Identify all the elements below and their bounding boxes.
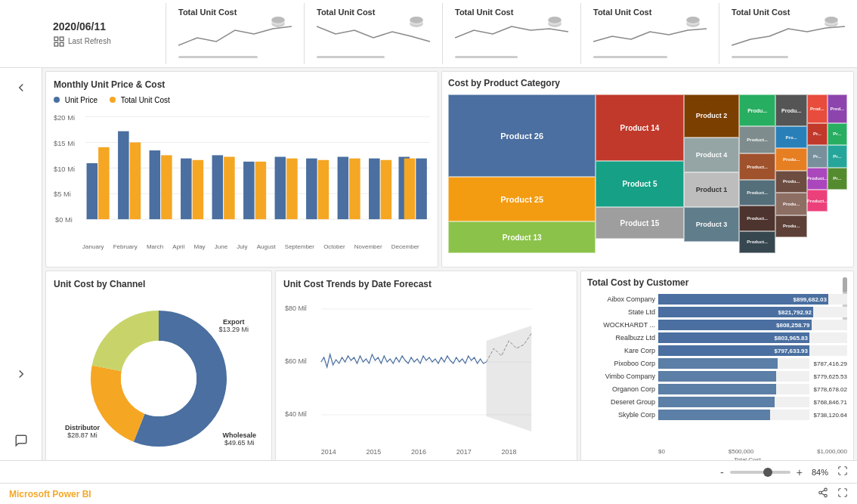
- svg-point-9: [410, 17, 423, 23]
- svg-rect-35: [275, 157, 286, 220]
- customer-title: Total Cost by Customer: [587, 277, 847, 288]
- treemap-cell-product5[interactable]: Product 5: [596, 161, 683, 207]
- share-icon[interactable]: [818, 487, 828, 500]
- legend-total-unit-cost: Total Unit Cost: [110, 96, 170, 104]
- customer-panel[interactable]: Total Cost by Customer Aibox Company $89…: [580, 271, 854, 460]
- table-row: WOCKHARDT ... $808,258.79: [587, 320, 847, 330]
- svg-text:2014: 2014: [321, 448, 336, 456]
- svg-rect-48: [318, 160, 329, 219]
- treemap-cell-product15[interactable]: Product 15: [596, 207, 683, 239]
- treemap-cell-product-sm5[interactable]: Product...: [739, 206, 775, 231]
- treemap-cell-prod1[interactable]: Prod...: [807, 94, 827, 123]
- treemap-cell-product13[interactable]: Product 13: [448, 221, 596, 253]
- svg-text:$80 Mil: $80 Mil: [285, 305, 307, 312]
- svg-point-18: [825, 17, 838, 23]
- kpi-card-3[interactable]: Total Unit Cost: [443, 3, 581, 64]
- svg-rect-42: [130, 142, 141, 219]
- treemap-cell-pr2[interactable]: Pr...: [828, 123, 847, 145]
- treemap-cell-pr4[interactable]: Pr...: [828, 145, 847, 167]
- treemap-cell-product14[interactable]: Product 14: [596, 94, 683, 161]
- fit-screen-button[interactable]: [837, 465, 848, 478]
- table-row: Deseret Group $768,846.71: [587, 397, 847, 407]
- coin-icon-3: [544, 11, 565, 34]
- treemap-cell-produ1[interactable]: Produ...: [739, 94, 775, 126]
- svg-rect-36: [306, 159, 317, 219]
- svg-text:$5 Mi: $5 Mi: [54, 190, 71, 198]
- trend-title: Unit Cost Trends by Date Forecast: [283, 279, 569, 289]
- treemap-cell-produ3[interactable]: Produ...: [775, 148, 807, 170]
- treemap-cell-produ5[interactable]: Produ...: [775, 193, 807, 215]
- treemap-cell-pr3[interactable]: Pr...: [807, 145, 827, 167]
- footer: Microsoft Power BI: [0, 483, 857, 504]
- zoom-percent: 84%: [812, 468, 828, 477]
- dashboard: Monthly Unit Price & Cost Unit Price Tot…: [42, 68, 857, 460]
- svg-rect-38: [369, 159, 380, 219]
- treemap-cell-prod2[interactable]: Prod...: [828, 94, 847, 123]
- zoom-controls: - + 84%: [717, 465, 848, 478]
- zoom-out-button[interactable]: -: [717, 466, 727, 478]
- date-value: 2020/06/11: [53, 20, 158, 32]
- main-content: Monthly Unit Price & Cost Unit Price Tot…: [0, 68, 857, 460]
- treemap-cell-product25[interactable]: Product 25: [448, 177, 596, 221]
- zoom-in-button[interactable]: +: [794, 466, 806, 478]
- treemap-cell-product2[interactable]: Product 2: [684, 94, 740, 138]
- svg-text:$15 Mi: $15 Mi: [54, 139, 75, 147]
- treemap-cell-product-sm4[interactable]: Product...: [807, 168, 827, 190]
- chat-button[interactable]: [8, 427, 35, 454]
- monthly-chart-title: Monthly Unit Price & Cost: [54, 79, 430, 90]
- treemap-cell-pro1[interactable]: Pro...: [775, 126, 807, 148]
- svg-rect-41: [98, 147, 110, 219]
- table-row: Pixoboo Corp $787,416.29: [587, 358, 847, 369]
- treemap-cell-product-sm6[interactable]: Product...: [807, 190, 827, 212]
- monthly-chart-panel[interactable]: Monthly Unit Price & Cost Unit Price Tot…: [45, 71, 438, 267]
- table-row: Vimbo Company $779,625.53: [587, 371, 847, 382]
- kpi-bar: 2020/06/11 Last Refresh Total Unit Cost …: [0, 0, 857, 68]
- svg-line-71: [821, 493, 825, 495]
- svg-point-12: [548, 17, 562, 23]
- coin-icon-4: [682, 11, 704, 34]
- kpi-card-2[interactable]: Total Unit Cost: [305, 3, 443, 64]
- svg-text:$10 Mi: $10 Mi: [54, 164, 75, 172]
- svg-rect-32: [181, 159, 192, 219]
- brand-link[interactable]: Microsoft Power BI: [9, 489, 91, 499]
- svg-rect-51: [404, 159, 416, 219]
- svg-rect-49: [349, 159, 360, 219]
- treemap-cell-product26[interactable]: Product 26: [448, 94, 596, 177]
- zoom-slider[interactable]: [730, 471, 790, 474]
- bottom-row: Unit Cost by Channel: [45, 271, 854, 460]
- donut-panel[interactable]: Unit Cost by Channel: [45, 271, 272, 460]
- svg-point-15: [686, 17, 700, 23]
- fullscreen-icon[interactable]: [837, 487, 848, 500]
- forward-button[interactable]: [8, 360, 35, 388]
- kpi-card-5[interactable]: Total Unit Cost: [719, 3, 857, 64]
- svg-text:$0 Mi: $0 Mi: [55, 215, 73, 224]
- treemap-cell-product1[interactable]: Product 1: [684, 172, 740, 207]
- top-row: Monthly Unit Price & Cost Unit Price Tot…: [45, 71, 854, 267]
- treemap-cell-pr5[interactable]: Pr...: [828, 168, 847, 190]
- svg-rect-29: [87, 163, 98, 219]
- treemap-cell-produ6[interactable]: Produ...: [775, 215, 807, 237]
- trend-panel[interactable]: Unit Cost Trends by Date Forecast $80 Mi…: [275, 271, 577, 460]
- table-row: Kare Corp $797,633.93: [587, 345, 847, 356]
- bar-axis: $0$500,000$1,000,000: [587, 448, 847, 455]
- treemap-cell-product-sm2[interactable]: Product...: [739, 153, 775, 181]
- back-button[interactable]: [8, 74, 35, 101]
- date-card: 2020/06/11 Last Refresh: [45, 3, 166, 64]
- treemap-cell-produ2[interactable]: Produ...: [775, 94, 807, 126]
- treemap-cell-product-sm7[interactable]: Product...: [739, 231, 775, 253]
- treemap-cell-product3[interactable]: Product 3: [684, 207, 740, 242]
- svg-rect-0: [54, 37, 58, 41]
- treemap-cell-product-sm3[interactable]: Product...: [739, 180, 775, 206]
- kpi-card-4[interactable]: Total Unit Cost: [581, 3, 719, 64]
- app-wrapper: 2020/06/11 Last Refresh Total Unit Cost …: [0, 0, 857, 504]
- treemap-cell-produ4[interactable]: Produ...: [775, 171, 807, 193]
- treemap-cell-product4[interactable]: Product 4: [684, 138, 740, 172]
- zoom-thumb[interactable]: [763, 468, 772, 477]
- svg-rect-47: [286, 159, 298, 219]
- treemap-cell-product-sm1[interactable]: Product...: [739, 126, 775, 153]
- treemap-cell-pr1[interactable]: Pr...: [807, 123, 827, 145]
- treemap-panel[interactable]: Cost by Product Category Product 26 Prod…: [441, 71, 854, 267]
- kpi-card-1[interactable]: Total Unit Cost: [166, 3, 305, 64]
- footer-icons: [818, 487, 848, 500]
- chart-legend: Unit Price Total Unit Cost: [54, 96, 430, 104]
